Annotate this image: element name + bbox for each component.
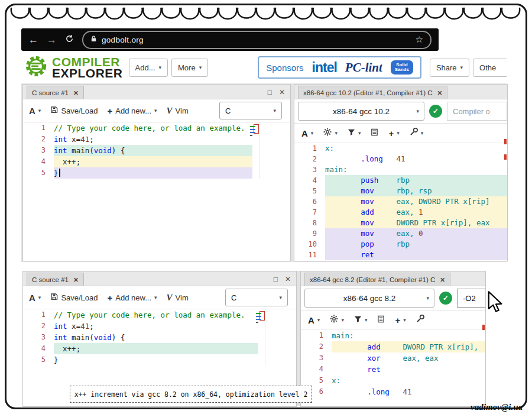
save-load-button[interactable]: Save/Load [50, 106, 98, 115]
close-icon[interactable]: ✕ [279, 88, 285, 96]
code-line[interactable]: 5} [23, 167, 252, 179]
code-line[interactable]: 5 mov rbp, rsp [294, 186, 507, 196]
code-line[interactable]: 8 mov DWORD PTR x[rip], eax [294, 218, 507, 228]
editor-edge [265, 309, 265, 366]
chevron-down-icon: ▾ [159, 65, 162, 70]
source-editor[interactable]: 1// Type your code here, or load an exam… [23, 309, 296, 366]
add-tool-button[interactable]: + ▾ [388, 128, 399, 138]
chevron-down-icon: ▾ [335, 131, 338, 136]
close-icon[interactable]: ✕ [73, 276, 79, 283]
line-number: 2 [301, 341, 332, 352]
save-load-button[interactable]: Save/Load [50, 293, 98, 302]
assembly-listing[interactable]: 1main:2 add DWORD PTR x[rip],3 xor eax, … [301, 330, 485, 397]
code-line[interactable]: 4 push rbp [294, 175, 507, 186]
add-menu-button[interactable]: Add... ▾ [129, 59, 168, 77]
close-icon[interactable]: ✕ [73, 89, 79, 96]
editor-edge [259, 122, 259, 179]
bookmark-star-icon[interactable]: ☆ [416, 34, 423, 45]
code-line[interactable]: 4 x++; [23, 343, 258, 354]
address-bar[interactable]: godbolt.org ☆ [82, 31, 432, 49]
compiler-select[interactable]: x86-64 gcc 10.2 ▾ [298, 102, 424, 121]
code-line[interactable]: 10 pop rbp [294, 239, 507, 250]
minimap-viewport [259, 311, 265, 321]
forward-icon[interactable]: → [47, 35, 57, 45]
font-size-button[interactable]: A▾ [308, 315, 320, 325]
code-line[interactable]: 9 mov eax, 0 [294, 228, 507, 239]
compile-ok-icon: ✓ [429, 105, 442, 118]
funnel-icon [348, 128, 355, 138]
code-line[interactable]: 1// Type your code here, or load an exam… [23, 309, 258, 321]
code-line[interactable]: 3int main(void) { [23, 332, 258, 343]
maximize-icon[interactable]: □ [274, 275, 278, 283]
code-line[interactable]: 7 add eax, 1 [294, 207, 507, 218]
code-text: pop rbp [325, 239, 507, 250]
tab-bar: x86-64 gcc 10.2 (Editor #1, Compiler #1)… [294, 85, 507, 99]
line-number: 3 [23, 145, 54, 156]
settings-gear-button[interactable]: ▾ [330, 315, 344, 325]
source-editor[interactable]: 1// Type your code here, or load an exam… [23, 122, 290, 179]
compiler-select[interactable]: x86-64 gcc 8.2 ▾ [304, 289, 434, 308]
code-line[interactable]: 3 xor eax, eax [301, 352, 485, 364]
caption-box: x++ increment via gcc 8.2 on x86_64, opt… [70, 386, 312, 403]
back-icon[interactable]: ← [28, 35, 38, 45]
code-line[interactable]: 4 ret [301, 364, 485, 375]
minimap[interactable] [255, 311, 263, 377]
filter-button[interactable]: ▾ [348, 128, 361, 138]
font-size-button[interactable]: A▾ [29, 293, 41, 303]
code-line[interactable]: 3int main(void) { [23, 145, 252, 156]
tab-c-source-1[interactable]: C source #1 ✕ [27, 86, 84, 99]
add-tool-button[interactable]: + ▾ [395, 315, 406, 325]
compiler-options-input[interactable]: -O2 [457, 289, 486, 308]
chevron-down-icon: ▾ [154, 108, 157, 114]
reload-icon[interactable] [65, 34, 74, 46]
tab-gcc-10-2[interactable]: x86-64 gcc 10.2 (Editor #1, Compiler #1)… [298, 86, 447, 99]
more-menu-button[interactable]: More ▾ [171, 59, 208, 77]
vim-toggle-button[interactable]: V Vim [167, 293, 189, 303]
code-line[interactable]: 1main: [301, 330, 485, 341]
filter-button[interactable]: ▾ [354, 315, 368, 325]
tab-c-source-1[interactable]: C source #1 ✕ [27, 273, 84, 286]
output-button[interactable] [371, 128, 378, 138]
compiler-options-input[interactable]: Compiler o [447, 102, 507, 121]
code-line[interactable]: 11 ret [294, 250, 507, 260]
close-icon[interactable]: ✕ [437, 89, 443, 96]
close-icon[interactable]: ✕ [440, 276, 445, 283]
code-line[interactable]: 2 add DWORD PTR x[rip], [301, 341, 485, 352]
code-line[interactable]: 2 .long 41 [294, 154, 507, 164]
code-text: int x=41; [54, 134, 252, 145]
other-menu-button[interactable]: Othe [473, 59, 507, 77]
code-line[interactable]: 6 mov eax, DWORD PTR x[rip] [294, 196, 507, 207]
maximize-icon[interactable]: □ [268, 88, 272, 96]
code-line[interactable]: 5} [23, 354, 258, 366]
floppy-icon [50, 293, 58, 302]
code-line[interactable]: 2int x=41; [23, 321, 258, 332]
code-line[interactable]: 6 .long 41 [301, 386, 485, 397]
vim-toggle-button[interactable]: V Vim [167, 106, 189, 116]
code-line[interactable]: 2int x=41; [23, 134, 252, 145]
code-line[interactable]: 3main: [294, 164, 507, 175]
add-new-button[interactable]: + Add new... ▾ [108, 293, 157, 303]
code-text: int main(void) { [54, 145, 252, 156]
language-select[interactable]: C ▾ [225, 289, 288, 306]
tab-label: C source #1 [32, 89, 69, 96]
code-line[interactable]: 1x: [294, 143, 507, 154]
compiler-explorer-logo[interactable]: COMPILER EXPLORER [25, 55, 123, 80]
close-icon[interactable]: ✕ [285, 275, 291, 283]
assembly-listing[interactable]: 1x:2 .long 413main:4 push rbp5 mov rbp, … [294, 143, 507, 260]
settings-gear-button[interactable]: ▾ [323, 128, 338, 138]
output-button[interactable] [377, 315, 385, 325]
code-line[interactable]: 1// Type your code here, or load an exam… [23, 122, 252, 134]
code-line[interactable]: 5x: [301, 375, 485, 386]
sponsors-banner[interactable]: Sponsors intel PC-lint SolidSands [258, 56, 421, 79]
font-size-button[interactable]: A▾ [29, 106, 41, 116]
language-select[interactable]: C ▾ [219, 102, 282, 119]
tools-wrench-button[interactable] [416, 315, 424, 325]
tab-gcc-8-2[interactable]: x86-64 gcc 8.2 (Editor #1, Compiler #1) … [304, 273, 450, 286]
font-size-button[interactable]: A▾ [301, 128, 313, 138]
share-button[interactable]: Share ▾ [430, 59, 469, 77]
minimap[interactable] [249, 124, 257, 190]
tools-wrench-button[interactable]: ▾ [410, 128, 424, 138]
floppy-icon [50, 106, 58, 115]
code-line[interactable]: 4 x++; [23, 156, 252, 167]
add-new-button[interactable]: + Add new... ▾ [108, 106, 157, 116]
